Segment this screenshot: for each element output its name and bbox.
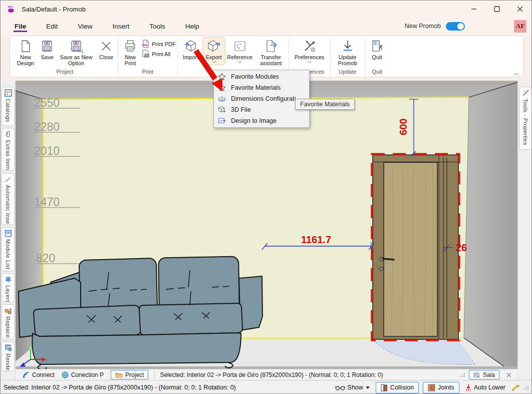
menu-insert[interactable]: Insert — [112, 21, 131, 32]
menu-item-favorite-modules[interactable]: Favorite Modules — [214, 71, 309, 82]
door-porta-de-giro[interactable] — [372, 154, 459, 340]
wall-height-820: 820 — [36, 252, 55, 265]
group-label-print: Print — [120, 67, 176, 77]
selection-status-text-outer: Selected: Interior 02 -> Porta de Giro (… — [4, 384, 236, 391]
outer-statusbar: Selected: Interior 02 -> Porta de Giro (… — [1, 380, 532, 394]
quit-runner-icon — [370, 39, 384, 53]
joints-icon — [428, 384, 435, 391]
print-all-button[interactable]: Print All — [141, 50, 176, 58]
resize-grip[interactable] — [460, 372, 466, 378]
wall-height-1470: 1470 — [34, 195, 60, 209]
module-list-icon — [5, 230, 12, 237]
tools-icon — [303, 39, 317, 53]
render-icon — [5, 344, 12, 351]
menu-view[interactable]: View — [77, 21, 94, 32]
close-project-button[interactable]: Close — [96, 38, 116, 61]
sala-room-tab[interactable]: Sala — [469, 370, 499, 379]
joints-button[interactable]: Joints — [423, 382, 459, 393]
caret-down-icon — [366, 386, 370, 389]
left-sidebar: Catalogs Extras Items Automatic Insert M… — [1, 81, 16, 380]
dimension-600: 600 — [398, 118, 409, 135]
room-icon — [473, 372, 480, 378]
save-button[interactable]: Save — [38, 38, 56, 61]
project-tab[interactable]: Project — [111, 370, 148, 379]
minimize-button[interactable] — [462, 1, 485, 18]
menu-tools[interactable]: Tools — [148, 21, 166, 32]
svg-text:PDF: PDF — [142, 44, 148, 47]
3d-cube-icon — [218, 106, 226, 114]
quit-button[interactable]: Quit — [367, 38, 388, 61]
selection-status-text: Selected: Interior 02 -> Porta de Giro (… — [160, 371, 383, 378]
printer-icon — [123, 39, 137, 53]
svg-text:+1: +1 — [79, 49, 83, 53]
print-all-icon — [141, 50, 150, 58]
menu-help[interactable]: Help — [184, 21, 200, 32]
resize-grip-outer[interactable] — [523, 384, 529, 390]
ribbon-collapse-chevron[interactable] — [513, 73, 518, 76]
right-sidebar: Tools - Properties — [517, 81, 532, 380]
promob-app-icon: PP+ — [7, 4, 18, 14]
collision-button[interactable]: Collision — [376, 382, 419, 393]
sidebar-tab-render-queue[interactable]: Render Qu — [2, 341, 15, 371]
wrench-tool-icon[interactable] — [511, 383, 519, 391]
ribbon-group-project: New Design Save +1 Save as New Option Cl… — [12, 38, 118, 77]
show-dropdown-button[interactable]: Show — [333, 383, 372, 392]
auto-lower-button[interactable]: Auto Lower — [463, 383, 507, 392]
window-title: Sala/Default - Promob — [22, 6, 86, 13]
tools-properties-icon — [522, 89, 529, 97]
sidebar-tab-catalogs[interactable]: Catalogs — [2, 87, 15, 126]
pdf-icon: PDF — [141, 40, 150, 48]
close-button[interactable] — [508, 1, 531, 18]
save-as-new-option-button[interactable]: +1 Save as New Option — [57, 38, 96, 67]
menubar: File Edit View Insert Tools Help New Pro… — [1, 18, 531, 35]
sidebar-tab-automatic-insert[interactable]: Automatic Insert — [2, 173, 15, 225]
preferences-button[interactable]: Preferences — [291, 38, 329, 65]
menu-item-design-to-image[interactable]: Design to Image — [214, 115, 309, 126]
wall-height-2280: 2280 — [34, 120, 60, 133]
svg-text:PP+: PP+ — [8, 6, 14, 9]
paperclip-icon — [5, 130, 12, 138]
ribbon-group-quit: Quit Quit — [365, 38, 389, 77]
right-wall[interactable] — [464, 82, 517, 366]
image-export-icon — [218, 117, 226, 125]
menu-edit[interactable]: Edit — [45, 21, 59, 32]
sidebar-tab-module-list[interactable]: Module List — [2, 227, 15, 271]
account-badge[interactable]: AF — [514, 20, 526, 33]
new-document-icon — [19, 39, 33, 53]
new-design-button[interactable]: New Design — [14, 38, 38, 67]
glasses-icon — [335, 385, 345, 390]
maximize-button[interactable] — [485, 1, 508, 18]
titlebar: PP+ Sala/Default - Promob — [1, 1, 531, 18]
transfer-assistant-button[interactable]: Transfer assistant — [255, 38, 287, 67]
new-promob-toggle[interactable] — [446, 22, 465, 31]
wall-height-2550: 2550 — [34, 96, 60, 109]
chevron-down-icon — [308, 61, 312, 63]
group-label-update: Update — [332, 67, 363, 77]
update-promob-button[interactable]: Update Promob — [332, 38, 363, 67]
menu-file[interactable]: File — [14, 21, 27, 32]
statusbar-divider — [154, 371, 155, 379]
sidebar-tab-replace[interactable]: Replace — [2, 304, 15, 339]
sidebar-tab-tools-properties[interactable]: Tools - Properties — [519, 87, 532, 150]
replace-icon — [5, 307, 12, 314]
conection-p-tab[interactable]: Conection P — [62, 371, 104, 378]
close-x-icon — [99, 39, 113, 53]
sidebar-tab-layers[interactable]: Layers — [2, 273, 15, 302]
red-annotation-arrow — [192, 49, 227, 96]
auto-lower-icon — [465, 384, 471, 391]
catalogs-icon — [5, 89, 12, 97]
door-handle — [383, 259, 394, 260]
chevron-down-icon — [238, 61, 242, 63]
new-print-button[interactable]: New Print — [120, 38, 141, 67]
save-as-icon: +1 — [69, 39, 83, 53]
close-room-icon[interactable] — [506, 372, 511, 377]
reference-button[interactable]: Reference — [225, 38, 254, 65]
download-arrow-icon — [341, 39, 355, 53]
ribbon-group-update: Update Promob Update — [331, 38, 365, 77]
layers-icon — [5, 276, 12, 283]
group-label-project: Project — [14, 67, 116, 77]
connect-tab[interactable]: Connect — [23, 371, 55, 378]
menu-item-favorite-materials[interactable]: Favorite Materials — [214, 82, 309, 93]
print-pdf-button[interactable]: PDF Print PDF — [141, 40, 176, 48]
sidebar-tab-extras-items[interactable]: Extras Items — [2, 128, 15, 171]
